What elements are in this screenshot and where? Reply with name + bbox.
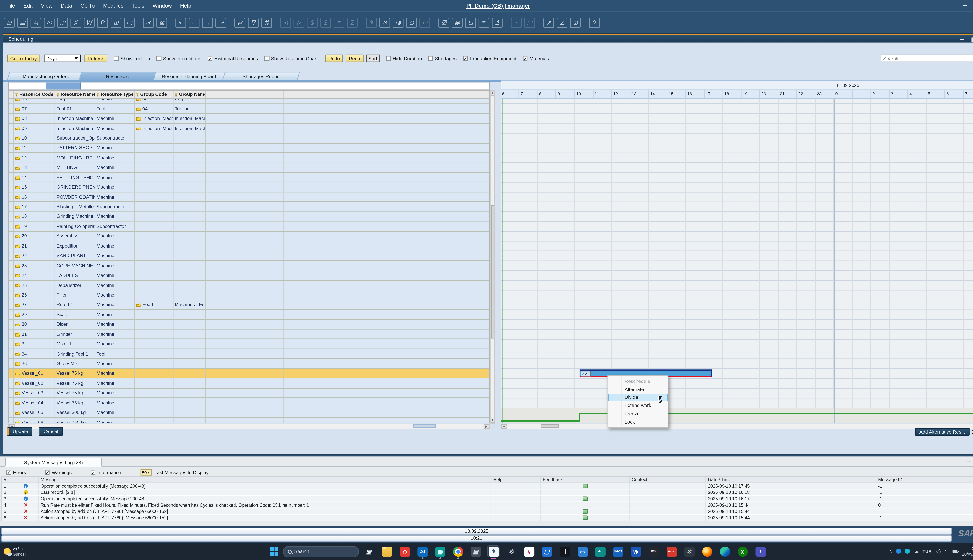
link-arrow-icon[interactable]	[15, 352, 20, 356]
resource-code-cell[interactable]: Vessel_06	[14, 418, 55, 423]
context-menu-item[interactable]: Lock	[608, 418, 668, 426]
table-row[interactable]: 11 PATTERN SHOP Machine	[9, 143, 490, 153]
resource-code-cell[interactable]: Vessel_03	[14, 388, 55, 398]
link-arrow-icon[interactable]	[15, 273, 20, 277]
time-window-icon[interactable]: ◔	[511, 18, 522, 28]
group-name-cell[interactable]	[173, 271, 206, 280]
resource-name-cell[interactable]: CORE MACHINE	[55, 261, 95, 271]
link-arrow-icon[interactable]	[15, 391, 20, 395]
message-text[interactable]: Operation completed successfully [Messag…	[39, 483, 491, 489]
group-name-cell[interactable]	[173, 378, 206, 388]
group-code-cell[interactable]	[135, 349, 173, 359]
menu-item[interactable]: Help	[180, 3, 191, 9]
table-vertical-scrollbar[interactable]: ▲ ▼	[490, 90, 495, 423]
checkbox-box-icon[interactable]	[264, 56, 269, 61]
group-name-cell[interactable]	[173, 290, 206, 300]
feedback-cell[interactable]	[541, 509, 630, 514]
stop-alert-icon[interactable]: ◉	[452, 18, 463, 28]
group-code-cell[interactable]	[135, 232, 173, 241]
resource-type-cell[interactable]: Machine	[95, 232, 135, 241]
last-record-icon[interactable]: ⇥	[216, 18, 226, 28]
resource-code-cell[interactable]: 10	[14, 133, 55, 143]
table-row[interactable]: 17 Blasting + Metallizatic Subcontractor	[9, 202, 490, 212]
link-arrow-icon[interactable]	[15, 175, 20, 179]
scheduling-window-titlebar[interactable]: Scheduling	[3, 33, 973, 43]
checkbox-box-icon[interactable]	[386, 56, 391, 61]
scales-icon[interactable]: ≡	[334, 18, 344, 28]
user-icon[interactable]: ♙	[492, 18, 503, 28]
resource-type-cell[interactable]: Machine	[95, 271, 135, 280]
table-row[interactable]: Vessel_01 Vessel 75 kg Machine	[9, 369, 490, 378]
scrollbar-thumb[interactable]	[541, 424, 558, 428]
xbox-icon[interactable]: x	[736, 545, 749, 557]
resource-code-cell[interactable]: 24	[14, 271, 55, 280]
message-text[interactable]: Action stopped by add-on (UI_API -7780) …	[39, 515, 491, 520]
resource-type-cell[interactable]: Machine	[95, 173, 135, 182]
minimize-icon[interactable]	[959, 37, 965, 42]
resource-type-cell[interactable]: Machine	[95, 212, 135, 222]
group-name-cell[interactable]	[173, 222, 206, 232]
system-messages-tab[interactable]: System Messages Log (28)	[5, 458, 102, 467]
table-row[interactable]: 16 POWDER COATING I Machine	[9, 192, 490, 202]
resource-code-cell[interactable]: 30	[14, 320, 55, 329]
group-code-cell[interactable]	[135, 310, 173, 320]
column-header[interactable]: Resource Type	[95, 90, 135, 98]
message-row[interactable]: 6 Action stopped by add-on (UI_API -7780…	[2, 515, 973, 521]
table-row[interactable]: 27 Retort 1 Machine Food Machines - Food	[9, 300, 490, 310]
resource-type-cell[interactable]: Machine	[95, 251, 135, 261]
col-msgid[interactable]: Message ID	[876, 477, 973, 482]
resource-name-cell[interactable]: Scale	[55, 310, 95, 320]
reply-icon[interactable]: ↩	[420, 18, 430, 28]
resource-type-cell[interactable]: Machine	[95, 290, 135, 300]
link-arrow-icon[interactable]	[15, 234, 20, 238]
context-menu-item[interactable]: Reschedule	[608, 377, 668, 385]
group-name-cell[interactable]	[173, 232, 206, 241]
checkbox-box-icon[interactable]	[7, 470, 11, 475]
link-arrow-icon[interactable]	[15, 313, 20, 317]
group-name-cell[interactable]	[173, 143, 206, 153]
resource-name-cell[interactable]: Vessel 75 kg	[55, 369, 95, 378]
currency-exchange-icon[interactable]: ↗	[543, 18, 554, 28]
org-chart-icon[interactable]: ≡	[478, 18, 490, 28]
refresh-button[interactable]: Refresh	[84, 55, 107, 62]
scroll-left-icon[interactable]: ◀	[501, 424, 507, 428]
table-row[interactable]: 20 Assembly Machine	[9, 232, 490, 241]
checkbox-box-icon[interactable]	[428, 56, 433, 61]
edge-icon[interactable]	[719, 545, 731, 557]
add-alternative-resource-button[interactable]: Add Alternative Res...	[915, 428, 970, 435]
resource-code-cell[interactable]: 13	[14, 163, 55, 173]
group-name-cell[interactable]: Tooling	[173, 104, 206, 114]
edit-icon[interactable]: ✎	[366, 18, 377, 28]
resource-name-cell[interactable]: Vessel 750 kg	[55, 418, 95, 423]
taskbar-weather[interactable]: 21°CGüneşli	[4, 547, 26, 556]
feedback-icon[interactable]	[582, 510, 587, 513]
table-row[interactable]: Vessel_02 Vessel 75 kg Machine	[9, 378, 490, 388]
group-code-cell[interactable]	[135, 173, 173, 182]
resource-name-cell[interactable]: Gravy Mixer	[55, 359, 95, 369]
column-header[interactable]: Resource Name	[55, 90, 95, 98]
comment-icon[interactable]: ⊙	[406, 18, 417, 28]
link-arrow-icon[interactable]	[15, 401, 20, 405]
resource-type-cell[interactable]: Machine	[95, 378, 135, 388]
resource-type-cell[interactable]: Machine	[95, 99, 135, 104]
message-text[interactable]: Last record. [2-1]	[39, 490, 491, 495]
stacked-windows-icon[interactable]: ▣	[363, 545, 375, 557]
resource-type-cell[interactable]: Subcontractor	[95, 202, 135, 212]
group-name-cell[interactable]	[173, 330, 206, 339]
table-row[interactable]: 36 Gravy Mixer Machine	[9, 359, 490, 369]
resource-type-cell[interactable]: Machine	[95, 261, 135, 271]
group-name-cell[interactable]	[173, 398, 206, 408]
link-arrow-icon[interactable]	[15, 127, 20, 130]
checkbox[interactable]: Show Interuptions	[157, 56, 201, 61]
group-name-cell[interactable]	[173, 212, 206, 222]
form-settings-icon[interactable]: ⚙	[379, 18, 390, 28]
feedback-icon[interactable]	[582, 516, 587, 520]
help-cell[interactable]	[491, 509, 541, 514]
undo-button[interactable]: Undo	[325, 55, 343, 62]
resource-name-cell[interactable]: MOULDING - BELLOI	[55, 153, 95, 163]
resource-name-cell[interactable]: LADDLES	[55, 271, 95, 280]
sort-icon[interactable]: ⇅	[261, 18, 272, 28]
link-arrow-icon[interactable]	[15, 146, 20, 150]
menu-item[interactable]: Modules	[103, 3, 124, 9]
group-code-cell[interactable]	[135, 290, 173, 300]
